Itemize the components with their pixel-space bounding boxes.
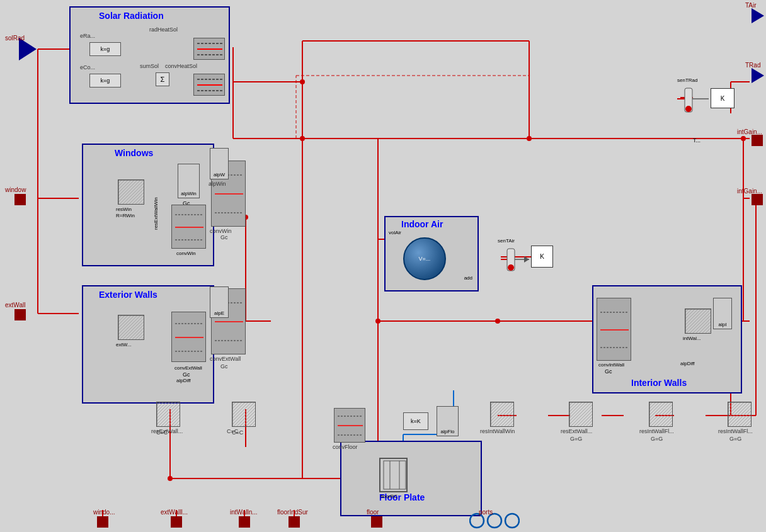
extWall-block[interactable] — [118, 315, 144, 340]
floorRC-block[interactable] — [379, 458, 408, 492]
exterior-walls-label: Exterior Walls — [99, 290, 157, 300]
intWallIn-label: intWalln... — [230, 509, 258, 516]
solar-radiation-subsystem[interactable]: Solar Radiation eRa... radHeatSol eCo...… — [69, 6, 230, 104]
convIntWall-label: convIntWall — [598, 362, 624, 368]
alpExtWall-label: alpDiff — [176, 378, 191, 383]
extWall-bottom-label: extWalll... — [161, 509, 188, 516]
indoor-air-label: Indoor Air — [401, 219, 443, 229]
exterior-walls-subsystem[interactable]: Exterior Walls extW... convExtWall Gc al… — [82, 285, 214, 404]
svg-rect-130 — [728, 402, 752, 427]
keg1-block[interactable]: k=g — [89, 42, 121, 56]
svg-point-64 — [300, 79, 305, 84]
svg-rect-126 — [569, 402, 593, 427]
convWin-block[interactable] — [171, 205, 206, 249]
TAir-label: TAir — [745, 2, 757, 9]
convExtWall-label: convExtWall — [174, 365, 202, 371]
svg-marker-104 — [524, 256, 529, 263]
convIntWall-block[interactable] — [597, 298, 631, 361]
alpIntWall-block[interactable]: alpI — [713, 298, 732, 329]
T-label1: T... — [693, 137, 700, 144]
keg2-block[interactable]: k=g — [89, 74, 121, 88]
convFloor-block[interactable] — [334, 408, 365, 443]
convHeatSol-label: convHeatSol — [165, 63, 197, 69]
alphaWin-block[interactable]: alpWin — [178, 164, 200, 198]
senTRad-label: senTRad — [677, 77, 697, 83]
RRWin-label: R=RWin — [116, 213, 135, 218]
floorIndSur-port — [289, 516, 300, 528]
resExtWall2-block[interactable] — [569, 402, 593, 427]
svg-rect-89 — [118, 315, 144, 340]
windo-port — [97, 516, 108, 528]
GcIntWall-label: Gc — [605, 368, 612, 375]
convExtWall-main-label: convExtWall — [210, 356, 241, 362]
eRa-label: eRa... — [80, 33, 95, 39]
floor-port — [371, 516, 382, 528]
floor-label: floor — [367, 509, 379, 516]
resWin-label: resWin — [116, 207, 132, 212]
alpWin-external-block[interactable]: alpW — [210, 148, 229, 179]
extWall-port-square — [14, 309, 26, 320]
floor-plate-subsystem[interactable]: Floor Plate floorRC — [340, 441, 482, 516]
convExtWall-block[interactable] — [171, 312, 206, 362]
diagram-canvas: solRad Solar Radiation eRa... radHeatSol… — [0, 0, 766, 532]
svg-rect-122 — [232, 402, 256, 427]
convHeatSol-block[interactable] — [193, 74, 225, 96]
sigma-block[interactable]: Σ — [156, 72, 169, 86]
svg-rect-17 — [296, 76, 529, 139]
indoor-air-subsystem[interactable]: Indoor Air volAir V=... add — [384, 216, 479, 291]
resIntWallFl-label: resIntWallFl... — [639, 428, 674, 434]
svg-point-107 — [685, 106, 692, 112]
GG3-label: G=G — [729, 436, 741, 442]
TAir-output-triangle — [752, 8, 764, 23]
TRad-label: TRad — [745, 62, 760, 69]
senTAir-sensor[interactable]: senTAir — [498, 246, 529, 275]
kK-block[interactable]: k=K — [403, 412, 428, 430]
svg-point-65 — [300, 136, 305, 141]
window-port-label: window — [5, 186, 26, 193]
add-label: add — [464, 275, 472, 281]
K-gain-air[interactable]: K — [531, 246, 553, 268]
GcWin-main-label: Gc — [220, 234, 228, 241]
alpIntWall-label: alpDiff — [680, 361, 695, 366]
extW-label: extW... — [116, 342, 131, 348]
GcExtWall-label: Gc — [183, 371, 190, 378]
resExtWallFl-block[interactable] — [156, 402, 180, 427]
resIntWallFl2-block[interactable] — [728, 402, 752, 427]
resIntWallFl2-label: resIntWallFl... — [718, 428, 753, 434]
senTAir-label: senTAir — [498, 238, 515, 244]
radHeatSol-block[interactable] — [193, 38, 225, 60]
alpExtWall-external-block[interactable]: alpE — [210, 286, 229, 318]
GG2-label: G=G — [651, 436, 663, 442]
senTRad-sensor[interactable]: senTRad — [677, 85, 709, 118]
svg-point-132 — [470, 514, 484, 528]
resIntWallWin-label: resIntWallWin — [480, 428, 515, 434]
intWall-block[interactable] — [685, 308, 711, 334]
volAir-sphere[interactable]: V=... — [403, 237, 446, 280]
resIntWallWin-block[interactable] — [490, 402, 514, 427]
CC1-label: C=C — [156, 429, 168, 436]
resFloorWin-block[interactable] — [232, 402, 256, 427]
CC2-label: C=C — [232, 429, 243, 436]
svg-point-70 — [495, 319, 500, 324]
intGain2-port — [752, 194, 763, 205]
resIntWallFl-block[interactable] — [649, 402, 673, 427]
K-gain-rad[interactable]: K — [711, 88, 735, 108]
radHeatSol-label: radHeatSol — [149, 26, 178, 33]
solrad-port-label: solRad — [5, 35, 25, 42]
alpFloor-block[interactable]: alpFlo — [437, 406, 459, 436]
windows-subsystem[interactable]: Windows resWin R=RWin alpWin Gc convWin — [82, 144, 214, 266]
GcExtWall-main-label: Gc — [220, 363, 228, 370]
svg-point-134 — [505, 514, 519, 528]
intGain1-port — [752, 135, 763, 146]
convWin-label: convWin — [176, 251, 196, 256]
extWall-port-label: extWall — [5, 302, 25, 308]
svg-rect-124 — [491, 402, 514, 427]
intGain1-label: intGain... — [737, 128, 762, 135]
alpWin-ext-label: alpWin — [209, 181, 226, 187]
svg-point-102 — [508, 264, 514, 271]
resWin-block[interactable] — [118, 179, 144, 205]
sumSol-label: sumSol — [140, 63, 159, 69]
interior-walls-subsystem[interactable]: Interior Walls convIntWall Gc intWal... … — [592, 285, 742, 393]
svg-point-73 — [741, 136, 746, 141]
convFloor-label: convFloor — [333, 444, 358, 450]
